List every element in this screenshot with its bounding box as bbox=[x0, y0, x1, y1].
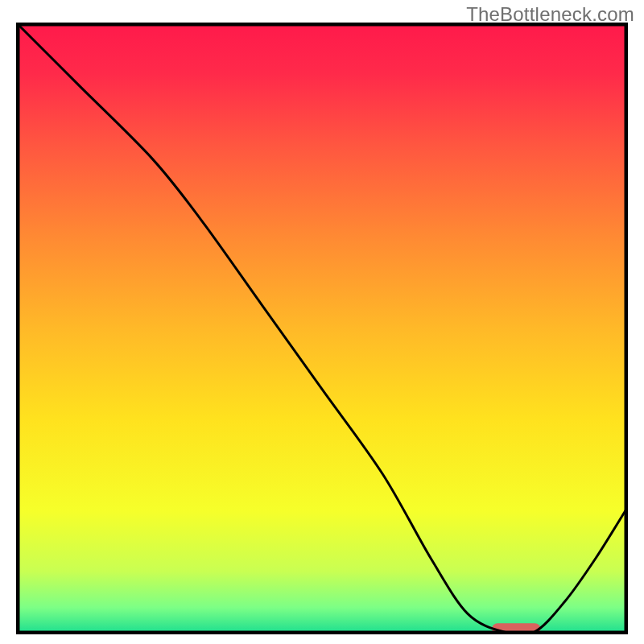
plot-area bbox=[16, 23, 628, 634]
chart-container: TheBottleneck.com bbox=[0, 0, 644, 644]
chart-svg bbox=[16, 23, 628, 634]
